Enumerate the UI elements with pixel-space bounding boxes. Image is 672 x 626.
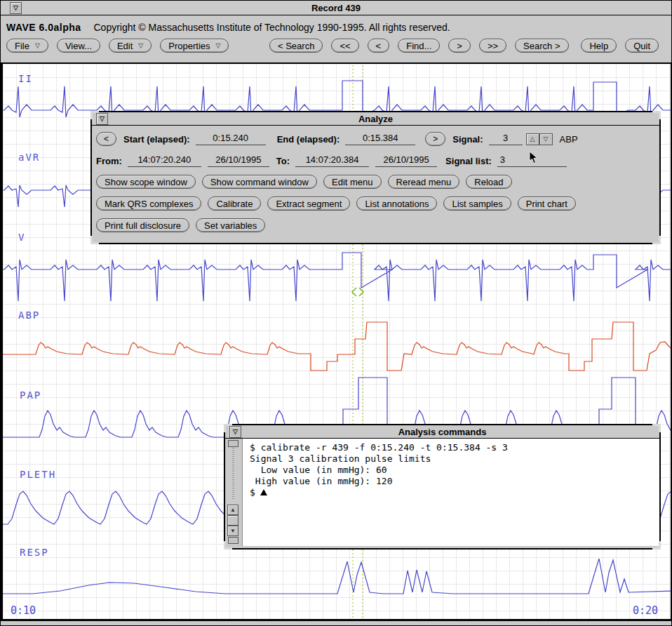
find-button[interactable]: Find... [398, 39, 440, 53]
properties-menu-button[interactable]: Properties▽ [160, 39, 229, 53]
resize-corner[interactable] [224, 541, 232, 550]
start-elapsed-label: Start (elapsed): [123, 134, 190, 145]
quit-button[interactable]: Quit [625, 39, 659, 53]
mark-qrs-button[interactable]: Mark QRS complexes [96, 197, 201, 211]
signal-label-PAP: PAP [20, 389, 41, 401]
reread-menu-button[interactable]: Reread menu [388, 175, 460, 189]
window-menu-button[interactable]: ▽ [10, 2, 22, 14]
window-menu-icon: ▽ [13, 5, 18, 11]
signal-trace-V [1, 253, 672, 301]
signal-trace-ABP [1, 322, 672, 371]
time-end-label: 0:20 [633, 604, 658, 617]
menu-down-icon: ▽ [216, 43, 221, 49]
from-label: From: [96, 156, 122, 166]
scrollbar-drag-box[interactable] [227, 515, 238, 526]
resize-corner[interactable] [652, 424, 661, 432]
signal-spinner: △ ▽ [526, 133, 553, 145]
resize-corner[interactable] [224, 424, 232, 432]
resize-corner[interactable] [652, 111, 661, 119]
list-annotations-button[interactable]: List annotations [356, 197, 437, 211]
main-titlebar[interactable]: ▽ Record 439 [1, 1, 671, 15]
signal-list-label: Signal list: [445, 156, 492, 166]
signal-label-RESP: RESP [20, 547, 49, 558]
show-command-window-button[interactable]: Show command window [202, 175, 317, 189]
terminal-titlebar[interactable]: ▽ Analysis commands [225, 425, 659, 439]
window-menu-icon: ▽ [100, 116, 105, 122]
resize-corner[interactable] [90, 236, 99, 244]
search-back-button[interactable]: < Search [269, 39, 323, 53]
terminal-output[interactable]: $ calibrate -r 439 -f 0:15.240 -t 0:15.3… [243, 439, 659, 546]
window-menu-icon: ▽ [233, 429, 238, 435]
signal-trace-RESP [1, 559, 672, 594]
resize-corner[interactable] [90, 111, 99, 119]
terminal-line: High value (in mmHg): 120 [250, 476, 659, 487]
spinner-down-icon[interactable]: ▽ [539, 133, 553, 145]
toolbar: File▽ View... Edit▽ Properties▽ < Search… [1, 39, 671, 55]
analyze-title: Analyze [358, 114, 393, 124]
range-prev-button[interactable]: < [96, 132, 116, 146]
menu-down-icon: ▽ [35, 43, 40, 49]
range-next-button[interactable]: > [425, 132, 445, 146]
to-date-field[interactable]: 26/10/1995 [375, 154, 437, 167]
analyze-window: ▽ Analyze < Start (elapsed): 0:15.240 En… [90, 111, 661, 244]
terminal-line: $ calibrate -r 439 -f 0:15.240 -t 0:15.3… [250, 442, 659, 453]
menu-down-icon: ▽ [138, 43, 143, 49]
mouse-cursor [529, 152, 538, 164]
scrollbar-top-anchor[interactable] [228, 440, 238, 447]
signal-label-PLETH: PLETH [20, 469, 56, 480]
edit-menu-button[interactable]: Edit menu [323, 175, 382, 189]
print-chart-button[interactable]: Print chart [518, 197, 576, 211]
scrollbar-cable [232, 448, 234, 500]
extract-segment-button[interactable]: Extract segment [267, 197, 350, 211]
terminal-line: Low value (in mmHg): 60 [250, 465, 659, 476]
signal-field[interactable]: 3 [489, 133, 523, 145]
file-menu-button[interactable]: File▽ [6, 39, 48, 53]
scrollbar-elevator[interactable]: ▲ ▼ [227, 505, 238, 536]
selection-left-chevron-icon[interactable] [352, 288, 356, 296]
fast-forward-button[interactable]: >> [479, 39, 506, 53]
main-window: ▽ Record 439 WAVE 6.0alpha Copyright © M… [0, 0, 672, 626]
calibrate-button[interactable]: Calibrate [208, 197, 261, 211]
show-scope-window-button[interactable]: Show scope window [96, 175, 196, 189]
app-header: WAVE 6.0alpha Copyright © Massachusetts … [1, 15, 671, 33]
scroll-down-icon[interactable]: ▼ [227, 526, 238, 536]
end-elapsed-label: End (elapsed): [277, 134, 340, 145]
terminal-scrollbar[interactable]: ▲ ▼ [225, 439, 243, 546]
signal-label-II: II [18, 73, 33, 84]
signal-name-text: ABP [560, 134, 578, 145]
reload-button[interactable]: Reload [466, 175, 511, 189]
list-samples-button[interactable]: List samples [443, 197, 511, 211]
edit-menu-button[interactable]: Edit▽ [109, 39, 152, 53]
search-forward-button[interactable]: Search > [515, 39, 568, 53]
time-start-label: 0:10 [11, 604, 36, 617]
scroll-up-icon[interactable]: ▲ [227, 505, 238, 515]
signal-label-V: V [18, 232, 25, 243]
from-date-field[interactable]: 26/10/1995 [208, 154, 269, 167]
view-button[interactable]: View... [57, 39, 100, 53]
terminal-cursor-icon [260, 489, 267, 495]
step-forward-button[interactable]: > [448, 39, 471, 53]
signal-label: Signal: [452, 134, 483, 145]
analysis-commands-window: ▽ Analysis commands ▲ ▼ $ calibrate -r 4… [224, 424, 661, 550]
app-brand: WAVE 6.0alpha [6, 22, 81, 33]
step-back-button[interactable]: < [368, 39, 390, 53]
set-variables-button[interactable]: Set variables [196, 218, 265, 232]
terminal-prompt-line: $ [250, 487, 659, 498]
start-elapsed-field[interactable]: 0:15.240 [196, 133, 266, 145]
help-button[interactable]: Help [581, 39, 617, 53]
resize-corner[interactable] [652, 541, 661, 550]
end-elapsed-field[interactable]: 0:15.384 [345, 133, 415, 145]
print-full-disclosure-button[interactable]: Print full disclosure [96, 218, 189, 232]
terminal-line: Signal 3 calibration pulse limits [250, 453, 659, 465]
copyright-text: Copyright © Massachusetts Institute of T… [94, 22, 450, 33]
signal-label-ABP: ABP [18, 309, 40, 321]
from-time-field[interactable]: 14:07:20.240 [128, 154, 201, 167]
analyze-titlebar[interactable]: ▽ Analyze [92, 112, 659, 126]
selection-right-chevron-icon[interactable] [359, 288, 363, 296]
to-label: To: [276, 156, 290, 166]
resize-corner[interactable] [652, 236, 661, 244]
to-time-field[interactable]: 14:07:20.384 [295, 154, 369, 167]
spinner-up-icon[interactable]: △ [526, 133, 539, 145]
terminal-title: Analysis commands [398, 427, 487, 437]
fast-rewind-button[interactable]: << [331, 39, 358, 53]
